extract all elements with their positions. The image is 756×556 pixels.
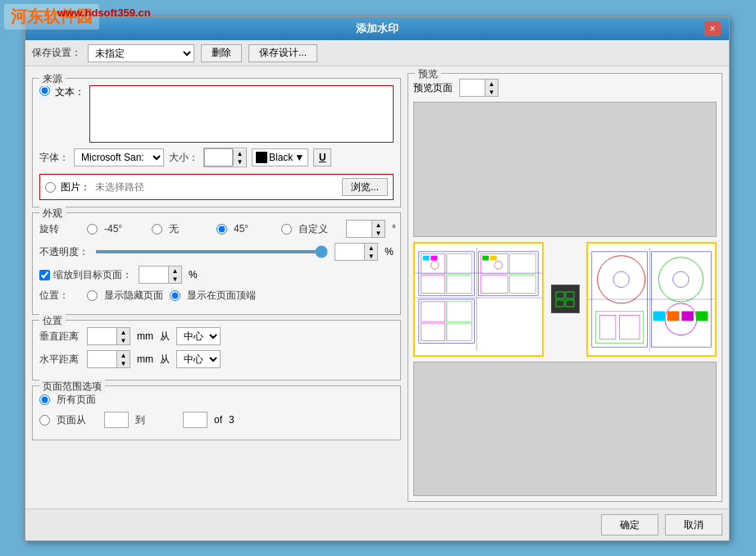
image-radio[interactable]: [45, 182, 56, 193]
rotate-none-radio[interactable]: [152, 224, 162, 235]
svg-rect-21: [490, 255, 497, 260]
website: www.hdsoft359.cn: [57, 7, 151, 19]
size-up-btn[interactable]: ▲: [233, 149, 246, 157]
vertical-input[interactable]: 0: [88, 328, 116, 344]
preview-page-input[interactable]: 1: [460, 80, 485, 96]
image-path-input[interactable]: [95, 181, 337, 193]
horizontal-anchor-select[interactable]: 中心: [176, 350, 221, 368]
svg-rect-25: [566, 292, 574, 299]
top-page-label: 显示在页面顶端: [187, 289, 256, 303]
close-button[interactable]: ×: [704, 21, 721, 36]
svg-rect-9: [509, 275, 535, 292]
svg-rect-18: [423, 255, 430, 260]
rotate-neg45-radio[interactable]: [87, 224, 98, 235]
size-input[interactable]: [204, 148, 233, 166]
scale-unit: %: [189, 269, 198, 280]
preset-select[interactable]: 未指定: [88, 44, 194, 62]
of-label: of: [214, 414, 222, 426]
opacity-down-btn[interactable]: ▼: [364, 252, 377, 260]
scale-down-btn[interactable]: ▼: [168, 275, 181, 283]
font-select[interactable]: Microsoft San:: [74, 148, 164, 166]
rotate-down-btn[interactable]: ▼: [371, 229, 385, 237]
save-settings-label: 保存设置：: [32, 46, 81, 60]
rotate-up-btn[interactable]: ▲: [371, 221, 385, 229]
scale-up-btn[interactable]: ▲: [168, 267, 181, 275]
preview-down-btn[interactable]: ▼: [485, 88, 498, 96]
size-spinner: ▲ ▼: [203, 148, 247, 167]
ok-button[interactable]: 确定: [601, 514, 658, 535]
preview-page-label: 预览页面: [413, 81, 453, 95]
opacity-spinner: 100 ▲ ▼: [335, 243, 378, 261]
scale-input[interactable]: 50: [139, 267, 168, 283]
opacity-up-btn[interactable]: ▲: [364, 244, 377, 252]
horiz-up-btn[interactable]: ▲: [116, 351, 130, 359]
svg-rect-4: [447, 275, 472, 292]
from-page-input[interactable]: 1: [104, 412, 129, 428]
hidden-page-radio[interactable]: [87, 290, 98, 301]
to-label: 到: [135, 413, 176, 427]
dialog-title: 添加水印: [50, 21, 704, 36]
opacity-slider[interactable]: [95, 250, 328, 253]
rotate-45-radio[interactable]: [216, 224, 227, 235]
preview-up-btn[interactable]: ▲: [485, 80, 498, 88]
source-section: 来源 文本： 字体： Microsoft San: 大小：: [32, 78, 401, 207]
page-range-radio[interactable]: [39, 415, 50, 426]
scale-checkbox[interactable]: [39, 270, 50, 280]
rotate-none-label: 无: [169, 222, 210, 236]
horizontal-from-label: 从: [160, 353, 170, 367]
horizontal-spinner: 0 ▲ ▼: [87, 350, 130, 368]
image-source-container: 图片： 浏览...: [39, 174, 394, 200]
opacity-label: 不透明度：: [39, 245, 89, 259]
svg-rect-43: [696, 311, 708, 321]
vertical-label: 垂直距离: [39, 330, 80, 344]
image-source-row: 图片： 浏览...: [39, 174, 394, 200]
thumbnail-2[interactable]: [586, 242, 717, 357]
cancel-button[interactable]: 取消: [665, 514, 722, 535]
svg-point-34: [673, 271, 689, 287]
save-design-button[interactable]: 保存设计...: [248, 44, 317, 62]
thumbnail-1[interactable]: [413, 242, 544, 357]
top-page-radio[interactable]: [170, 290, 180, 301]
horiz-down-btn[interactable]: ▼: [116, 359, 130, 367]
browse-button[interactable]: 浏览...: [342, 178, 388, 196]
all-pages-radio[interactable]: [39, 394, 50, 405]
horizontal-input[interactable]: 0: [88, 351, 116, 367]
position-display-label: 位置：: [39, 289, 80, 303]
rotate-custom-radio[interactable]: [281, 224, 292, 235]
vertical-from-label: 从: [160, 330, 170, 344]
rotate-spinner: 45 ▲ ▼: [346, 220, 385, 238]
source-title: 来源: [39, 72, 66, 86]
text-input-area: [89, 85, 394, 143]
vert-down-btn[interactable]: ▼: [116, 336, 130, 344]
text-radio[interactable]: [39, 85, 50, 96]
right-panel: 预览 预览页面 1 ▲ ▼: [408, 73, 722, 502]
opacity-slider-container: [95, 250, 328, 253]
svg-rect-19: [430, 255, 437, 260]
svg-rect-27: [566, 300, 574, 307]
delete-button[interactable]: 删除: [201, 44, 242, 62]
preview-section: 预览 预览页面 1 ▲ ▼: [408, 73, 722, 502]
vert-up-btn[interactable]: ▲: [116, 328, 130, 336]
position-section: 位置 垂直距离 0 ▲ ▼ mm 从 中心: [32, 320, 401, 381]
size-down-btn[interactable]: ▼: [233, 157, 246, 166]
middle-icon: [551, 285, 580, 313]
title-bar: 添加水印 ×: [25, 17, 729, 40]
opacity-input[interactable]: 100: [335, 244, 364, 260]
to-page-input[interactable]: 3: [183, 412, 207, 428]
scale-row: 缩放到目标页面： 50 ▲ ▼ %: [39, 266, 394, 284]
hidden-page-label: 显示隐藏页面: [104, 289, 163, 303]
rotate-custom-input[interactable]: 45: [347, 221, 371, 237]
position-display-row: 位置： 显示隐藏页面 显示在页面顶端: [39, 289, 394, 303]
svg-rect-8: [480, 275, 508, 292]
svg-point-33: [613, 271, 629, 287]
vertical-unit: mm: [137, 330, 153, 342]
color-button[interactable]: Black ▼: [252, 148, 308, 166]
svg-rect-7: [509, 253, 535, 273]
text-input[interactable]: [92, 88, 391, 103]
pages-section: 页面范围选项 所有页面 页面从 1 到 3 of 3: [32, 385, 401, 440]
text-source-row: 文本：: [39, 85, 394, 143]
size-label: 大小：: [169, 151, 198, 165]
bottom-buttons: 确定 取消: [25, 508, 729, 540]
vertical-anchor-select[interactable]: 中心: [176, 327, 221, 345]
underline-button[interactable]: U: [313, 148, 331, 166]
